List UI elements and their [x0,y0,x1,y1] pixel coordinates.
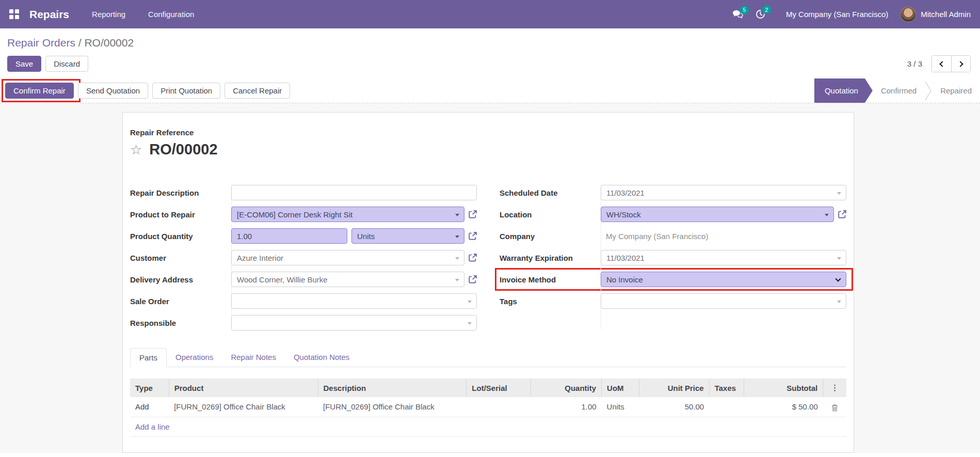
breadcrumb-row: Repair Orders / RO/00002 [0,28,980,52]
field-location: Location WH/Stock [500,207,846,222]
dropdown-caret-icon[interactable] [468,322,472,325]
dropdown-caret-icon[interactable] [455,214,459,216]
scheduled-date-input[interactable]: 11/03/2021 [601,185,846,200]
tab-repair-notes[interactable]: Repair Notes [222,348,285,367]
tags-input[interactable] [601,293,846,309]
sale-order-input[interactable] [231,293,477,309]
table-empty-space [130,437,846,457]
scheduled-date-value: 11/03/2021 [606,188,645,197]
field-product-quantity: Product Quantity 1.00 Units [130,228,477,244]
tab-operations[interactable]: Operations [167,348,222,367]
location-value: WH/Stock [606,210,641,219]
delivery-address-value: Wood Corner, Willie Burke [237,275,328,284]
dropdown-caret-icon[interactable] [837,301,841,303]
dropdown-caret-icon[interactable] [825,214,829,216]
product-to-repair-label: Product to Repair [130,210,231,219]
cell-subtotal[interactable]: $ 50.00 [744,397,823,417]
responsible-label: Responsible [130,319,231,327]
company-value: My Company (San Francisco) [606,232,708,241]
warranty-expiration-input[interactable]: 11/03/2021 [601,250,846,265]
dropdown-caret-icon[interactable] [455,257,459,260]
add-a-line-link[interactable]: Add a line [135,422,170,431]
add-line-row: Add a line [130,417,846,436]
cell-uom[interactable]: Units [602,397,639,417]
col-product[interactable]: Product [169,379,318,397]
delivery-address-input[interactable]: Wood Corner, Willie Burke [231,272,464,287]
company-switcher[interactable]: My Company (San Francisco) [786,10,888,19]
status-steps: Quotation Confirmed Repaired [814,78,980,103]
invoice-method-select[interactable]: No Invoice [601,272,846,287]
warranty-expiration-value: 11/03/2021 [606,254,645,262]
repair-description-input[interactable] [231,185,477,200]
col-subtotal[interactable]: Subtotal [744,379,823,397]
location-label: Location [500,210,601,219]
confirm-repair-button[interactable]: Confirm Repair [5,83,74,99]
invoice-method-label: Invoice Method [500,275,601,284]
content-area: Repair Reference ☆ RO/00002 Repair Descr… [0,103,980,453]
cancel-repair-button[interactable]: Cancel Repair [224,83,290,99]
cell-quantity[interactable]: 1.00 [531,397,601,417]
tab-quotation-notes[interactable]: Quotation Notes [285,348,358,367]
pager-previous-button[interactable] [932,56,951,72]
dropdown-caret-icon[interactable] [455,235,459,238]
print-quotation-button[interactable]: Print Quotation [152,83,220,99]
col-unit-price[interactable]: Unit Price [639,379,709,397]
external-link-icon[interactable] [469,210,477,218]
send-quotation-button[interactable]: Send Quotation [78,83,148,99]
col-uom[interactable]: UoM [602,379,639,397]
discard-button[interactable]: Discard [45,56,88,72]
product-to-repair-input[interactable]: [E-COM06] Corner Desk Right Sit [231,207,464,222]
customer-input[interactable]: Azure Interior [231,250,464,265]
form-sheet: Repair Reference ☆ RO/00002 Repair Descr… [122,112,854,453]
user-avatar [901,7,916,22]
pager-count: 3 / 3 [907,59,922,68]
col-taxes[interactable]: Taxes [709,379,744,397]
cell-unit-price[interactable]: 50.00 [639,397,709,417]
field-delivery-address: Delivery Address Wood Corner, Willie Bur… [130,272,477,287]
step-repaired[interactable]: Repaired [932,78,980,103]
menu-reporting[interactable]: Reporting [92,10,125,19]
cell-description[interactable]: [FURN_0269] Office Chair Black [318,397,467,417]
cell-type[interactable]: Add [130,397,169,417]
step-confirmed[interactable]: Confirmed [873,78,925,103]
app-name[interactable]: Repairs [29,8,69,21]
product-quantity-input[interactable]: 1.00 [231,228,347,244]
tab-parts[interactable]: Parts [130,348,167,367]
menu-configuration[interactable]: Configuration [148,10,194,19]
pager-next-button[interactable] [951,56,970,72]
col-description[interactable]: Description [318,379,467,397]
save-button[interactable]: Save [7,56,41,72]
dropdown-caret-icon[interactable] [455,279,459,281]
col-quantity[interactable]: Quantity [531,379,601,397]
breadcrumb-parent[interactable]: Repair Orders [7,37,75,49]
cell-product[interactable]: [FURN_0269] Office Chair Black [169,397,318,417]
favorite-star-icon[interactable]: ☆ [130,143,142,156]
invoice-method-highlight: Invoice Method No Invoice [495,268,853,291]
cell-lot-serial[interactable] [467,397,531,417]
dropdown-caret-icon[interactable] [837,257,841,260]
apps-grid-icon[interactable] [9,9,19,19]
table-row[interactable]: Add [FURN_0269] Office Chair Black [FURN… [130,397,846,417]
activities-badge: 2 [762,5,771,14]
col-lot-serial[interactable]: Lot/Serial [467,379,531,397]
external-link-icon[interactable] [469,232,477,240]
col-type[interactable]: Type [130,379,169,397]
user-menu[interactable]: Mitchell Admin [901,7,971,22]
table-options-icon[interactable]: ⋮ [823,379,846,397]
cell-taxes[interactable] [709,397,744,417]
external-link-icon[interactable] [469,275,477,283]
delete-row-icon[interactable] [831,404,838,412]
reference-label: Repair Reference [130,128,846,137]
uom-input[interactable]: Units [351,228,464,244]
step-quotation[interactable]: Quotation [814,78,873,103]
messages-icon[interactable]: 5 [732,10,743,19]
external-link-icon[interactable] [838,210,846,218]
responsible-input[interactable] [231,315,477,330]
customer-value: Azure Interior [237,254,283,262]
external-link-icon[interactable] [469,254,477,262]
location-input[interactable]: WH/Stock [601,207,834,222]
dropdown-caret-icon[interactable] [468,301,472,303]
dropdown-caret-icon[interactable] [837,192,841,195]
activities-icon[interactable]: 2 [756,9,765,19]
left-field-group: Repair Description Product to Repair [E-… [130,185,477,330]
